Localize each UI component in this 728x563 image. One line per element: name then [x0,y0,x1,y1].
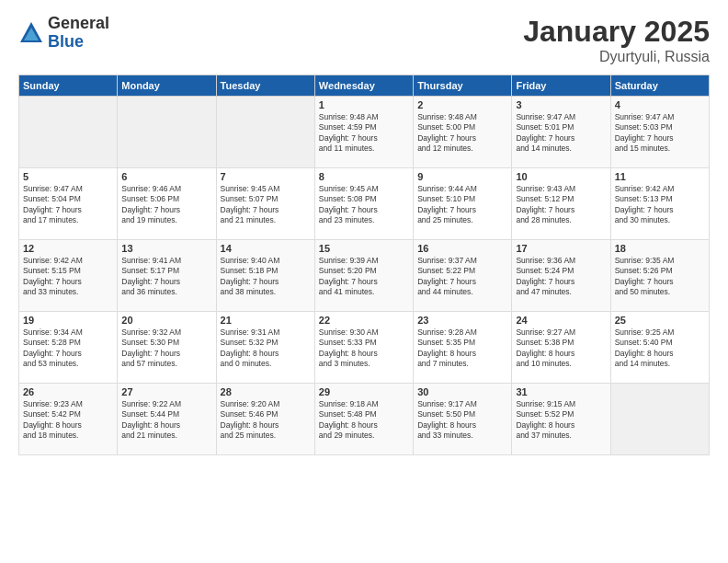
day-number: 17 [516,243,606,254]
logo-general: General [48,15,109,33]
calendar: SundayMondayTuesdayWednesdayThursdayFrid… [18,75,710,455]
day-header: Wednesday [314,75,413,97]
calendar-cell: 28Sunrise: 9:20 AM Sunset: 5:46 PM Dayli… [216,384,314,455]
day-number: 3 [516,99,606,110]
cell-content: Sunrise: 9:44 AM Sunset: 5:10 PM Dayligh… [417,184,507,226]
day-number: 23 [417,315,507,326]
calendar-cell: 19Sunrise: 9:34 AM Sunset: 5:28 PM Dayli… [19,312,118,384]
day-number: 1 [319,99,409,110]
cell-content: Sunrise: 9:18 AM Sunset: 5:48 PM Dayligh… [319,399,409,442]
calendar-cell: 15Sunrise: 9:39 AM Sunset: 5:20 PM Dayli… [314,240,413,312]
calendar-cell: 13Sunrise: 9:41 AM Sunset: 5:17 PM Dayli… [118,240,216,312]
day-header: Sunday [19,75,118,97]
day-number: 21 [221,315,311,326]
calendar-cell: 10Sunrise: 9:43 AM Sunset: 5:12 PM Dayli… [512,168,610,240]
day-number: 19 [23,315,113,326]
calendar-cell: 1Sunrise: 9:48 AM Sunset: 4:59 PM Daylig… [314,97,413,168]
calendar-cell: 30Sunrise: 9:17 AM Sunset: 5:50 PM Dayli… [414,384,512,455]
calendar-cell: 12Sunrise: 9:42 AM Sunset: 5:15 PM Dayli… [19,240,118,312]
header: General Blue January 2025 Dyurtyuli, Rus… [18,15,710,65]
calendar-cell: 16Sunrise: 9:37 AM Sunset: 5:22 PM Dayli… [414,240,512,312]
logo-icon [18,20,44,46]
calendar-cell: 5Sunrise: 9:47 AM Sunset: 5:04 PM Daylig… [19,168,118,240]
cell-content: Sunrise: 9:43 AM Sunset: 5:12 PM Dayligh… [516,184,606,226]
cell-content: Sunrise: 9:35 AM Sunset: 5:26 PM Dayligh… [615,256,705,298]
day-number: 28 [221,386,311,397]
calendar-cell [216,97,314,168]
day-number: 22 [319,315,409,326]
logo-text: General Blue [48,15,109,52]
calendar-cell: 9Sunrise: 9:44 AM Sunset: 5:10 PM Daylig… [414,168,512,240]
cell-content: Sunrise: 9:20 AM Sunset: 5:46 PM Dayligh… [221,399,311,442]
cell-content: Sunrise: 9:41 AM Sunset: 5:17 PM Dayligh… [121,256,211,298]
cell-content: Sunrise: 9:17 AM Sunset: 5:50 PM Dayligh… [417,399,507,442]
title-area: January 2025 Dyurtyuli, Russia [523,15,710,65]
cell-content: Sunrise: 9:47 AM Sunset: 5:04 PM Dayligh… [23,184,113,226]
day-header: Tuesday [216,75,314,97]
day-number: 2 [417,99,507,110]
day-number: 8 [319,171,409,182]
calendar-cell: 17Sunrise: 9:36 AM Sunset: 5:24 PM Dayli… [512,240,610,312]
cell-content: Sunrise: 9:15 AM Sunset: 5:52 PM Dayligh… [516,399,606,442]
calendar-cell: 14Sunrise: 9:40 AM Sunset: 5:18 PM Dayli… [216,240,314,312]
week-row: 1Sunrise: 9:48 AM Sunset: 4:59 PM Daylig… [19,97,710,168]
day-header: Thursday [414,75,512,97]
cell-content: Sunrise: 9:30 AM Sunset: 5:33 PM Dayligh… [319,327,409,370]
cell-content: Sunrise: 9:25 AM Sunset: 5:40 PM Dayligh… [615,327,705,370]
calendar-cell: 11Sunrise: 9:42 AM Sunset: 5:13 PM Dayli… [610,168,709,240]
calendar-cell: 7Sunrise: 9:45 AM Sunset: 5:07 PM Daylig… [216,168,314,240]
day-number: 16 [417,243,507,254]
logo: General Blue [18,15,109,52]
day-header: Saturday [610,75,709,97]
day-number: 27 [121,386,211,397]
cell-content: Sunrise: 9:34 AM Sunset: 5:28 PM Dayligh… [23,327,113,370]
calendar-cell: 3Sunrise: 9:47 AM Sunset: 5:01 PM Daylig… [512,97,610,168]
calendar-cell: 31Sunrise: 9:15 AM Sunset: 5:52 PM Dayli… [512,384,610,455]
day-number: 12 [23,243,113,254]
cell-content: Sunrise: 9:45 AM Sunset: 5:07 PM Dayligh… [221,184,311,226]
calendar-cell: 6Sunrise: 9:46 AM Sunset: 5:06 PM Daylig… [118,168,216,240]
week-row: 12Sunrise: 9:42 AM Sunset: 5:15 PM Dayli… [19,240,710,312]
day-number: 24 [516,315,606,326]
week-row: 26Sunrise: 9:23 AM Sunset: 5:42 PM Dayli… [19,384,710,455]
cell-content: Sunrise: 9:48 AM Sunset: 4:59 PM Dayligh… [319,112,409,155]
calendar-cell: 22Sunrise: 9:30 AM Sunset: 5:33 PM Dayli… [314,312,413,384]
calendar-cell: 21Sunrise: 9:31 AM Sunset: 5:32 PM Dayli… [216,312,314,384]
cell-content: Sunrise: 9:47 AM Sunset: 5:01 PM Dayligh… [516,112,606,155]
cell-content: Sunrise: 9:36 AM Sunset: 5:24 PM Dayligh… [516,256,606,298]
cell-content: Sunrise: 9:28 AM Sunset: 5:35 PM Dayligh… [417,327,507,370]
day-number: 15 [319,243,409,254]
cell-content: Sunrise: 9:48 AM Sunset: 5:00 PM Dayligh… [417,112,507,155]
calendar-body: 1Sunrise: 9:48 AM Sunset: 4:59 PM Daylig… [19,97,710,455]
day-number: 20 [121,315,211,326]
calendar-cell: 18Sunrise: 9:35 AM Sunset: 5:26 PM Dayli… [610,240,709,312]
day-number: 13 [121,243,211,254]
calendar-cell: 8Sunrise: 9:45 AM Sunset: 5:08 PM Daylig… [314,168,413,240]
calendar-cell: 23Sunrise: 9:28 AM Sunset: 5:35 PM Dayli… [414,312,512,384]
day-number: 18 [615,243,705,254]
day-number: 25 [615,315,705,326]
day-number: 11 [615,171,705,182]
calendar-cell [118,97,216,168]
cell-content: Sunrise: 9:47 AM Sunset: 5:03 PM Dayligh… [615,112,705,155]
cell-content: Sunrise: 9:23 AM Sunset: 5:42 PM Dayligh… [23,399,113,442]
cell-content: Sunrise: 9:27 AM Sunset: 5:38 PM Dayligh… [516,327,606,370]
calendar-cell: 4Sunrise: 9:47 AM Sunset: 5:03 PM Daylig… [610,97,709,168]
day-number: 26 [23,386,113,397]
cell-content: Sunrise: 9:39 AM Sunset: 5:20 PM Dayligh… [319,256,409,298]
day-number: 9 [417,171,507,182]
day-number: 6 [121,171,211,182]
cell-content: Sunrise: 9:31 AM Sunset: 5:32 PM Dayligh… [221,327,311,370]
day-number: 29 [319,386,409,397]
calendar-cell: 25Sunrise: 9:25 AM Sunset: 5:40 PM Dayli… [610,312,709,384]
week-row: 5Sunrise: 9:47 AM Sunset: 5:04 PM Daylig… [19,168,710,240]
header-row: SundayMondayTuesdayWednesdayThursdayFrid… [19,75,710,97]
cell-content: Sunrise: 9:37 AM Sunset: 5:22 PM Dayligh… [417,256,507,298]
cell-content: Sunrise: 9:40 AM Sunset: 5:18 PM Dayligh… [221,256,311,298]
week-row: 19Sunrise: 9:34 AM Sunset: 5:28 PM Dayli… [19,312,710,384]
calendar-cell [19,97,118,168]
calendar-cell [610,384,709,455]
day-number: 4 [615,99,705,110]
calendar-cell: 24Sunrise: 9:27 AM Sunset: 5:38 PM Dayli… [512,312,610,384]
cell-content: Sunrise: 9:42 AM Sunset: 5:15 PM Dayligh… [23,256,113,298]
